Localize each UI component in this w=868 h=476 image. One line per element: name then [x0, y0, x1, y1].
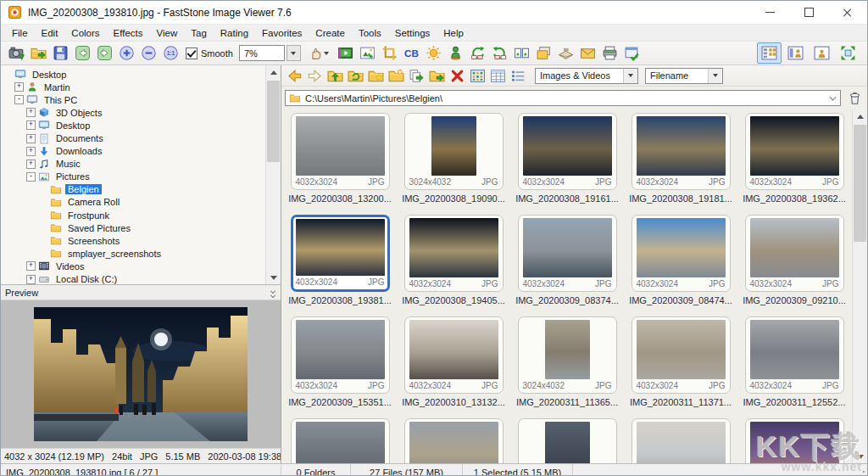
tree-expander[interactable]: + [26, 120, 36, 130]
previous-image-button[interactable] [71, 42, 93, 64]
tree-item[interactable]: Frostpunk [1, 209, 265, 221]
scrollbar-thumb[interactable] [854, 125, 866, 242]
thumbnail-item[interactable]: 4032x3024 JPG IMG_20200309_08374... [510, 213, 624, 315]
thumbnail-item[interactable]: 4032x3024 JPG IMG_20200308_19381... [283, 213, 397, 315]
thumbnail-image[interactable] [637, 422, 726, 463]
thumbnail-item[interactable]: 4032x3024 JPG IMG_20200309_09210... [737, 213, 851, 315]
menu-create[interactable]: Create [309, 26, 352, 40]
thumbnail-item[interactable]: 4032x3024 JPG IMG_20200311_12552... [737, 315, 851, 417]
thumbnail-item[interactable] [624, 417, 737, 463]
tree-item[interactable]: + Martin [1, 81, 265, 93]
thumbnail-item[interactable] [397, 417, 510, 463]
thumbnail-image[interactable] [409, 320, 498, 379]
scroll-up-button[interactable] [266, 65, 281, 79]
smooth-checkbox[interactable]: Smooth [186, 48, 233, 59]
tree-expander[interactable]: + [14, 82, 24, 92]
tree-item[interactable]: + 3D Objects [1, 106, 265, 119]
thumbnail-item[interactable]: 4032x3024 JPG IMG_20200308_19362... [737, 111, 851, 213]
menu-colors[interactable]: Colors [64, 26, 106, 40]
tree-expander[interactable]: + [26, 160, 36, 169]
thumbnail-frame[interactable]: 4032x3024 JPG [291, 113, 390, 190]
thumbnail-image[interactable] [637, 320, 726, 379]
menu-view[interactable]: View [150, 26, 185, 40]
tree-item[interactable]: Camera Roll [1, 196, 265, 209]
tree-expander[interactable]: - [14, 95, 24, 104]
delete-button[interactable] [447, 66, 467, 85]
thumbnail-frame[interactable] [745, 418, 844, 463]
smooth-checkbox-box[interactable] [186, 48, 198, 59]
close-button[interactable] [828, 1, 867, 24]
back-button[interactable] [284, 66, 304, 85]
fullscreen-button[interactable] [836, 42, 860, 64]
thumbnail-frame[interactable] [518, 418, 617, 463]
browser-layout-button[interactable] [757, 42, 782, 64]
image-layout-button[interactable] [810, 42, 834, 64]
save-as-button[interactable] [49, 42, 71, 64]
thumbnail-item[interactable]: 4032x3024 JPG IMG_20200309_15351... [283, 315, 397, 417]
scroll-up-button[interactable] [853, 109, 867, 123]
favorites-folder-button[interactable] [365, 66, 386, 85]
open-file-button[interactable] [27, 42, 49, 64]
menu-file[interactable]: File [5, 26, 35, 40]
menu-favorites[interactable]: Favorites [255, 26, 309, 40]
wallpaper-button[interactable] [357, 42, 379, 64]
thumbnail-image[interactable] [750, 422, 839, 463]
tree-item[interactable]: + Documents [1, 132, 265, 144]
tree-item[interactable]: + Videos [1, 260, 265, 272]
tree-expander[interactable]: + [26, 261, 36, 271]
thumbnail-frame[interactable]: 4032x3024 JPG [632, 316, 731, 394]
batch-convert-button[interactable]: CB [401, 42, 423, 64]
thumbnail-image[interactable] [750, 116, 839, 176]
zoom-level-input[interactable]: 7% [239, 45, 285, 61]
file-filter-select[interactable]: Images & Videos [535, 68, 638, 84]
tree-expander[interactable]: + [26, 147, 36, 156]
thumbnail-frame[interactable] [291, 418, 390, 463]
thumbnail-item[interactable]: 3024x4032 JPG IMG_20200311_11365... [510, 315, 624, 417]
browser-scrollbar[interactable] [852, 109, 867, 463]
list-view-button[interactable] [508, 66, 528, 85]
zoom-out-button[interactable] [137, 42, 159, 64]
adjust-lighting-button[interactable] [423, 42, 445, 64]
tree-item[interactable]: Screenshots [1, 234, 265, 247]
thumbnail-image[interactable] [296, 219, 385, 276]
email-button[interactable] [577, 42, 599, 64]
thumbnail-image[interactable] [545, 320, 590, 379]
refresh-button[interactable] [345, 66, 365, 85]
settings-button[interactable] [621, 42, 643, 64]
tree-item[interactable]: Belgien [1, 183, 265, 196]
acquire-scanner-button[interactable] [555, 42, 577, 64]
resize-grip[interactable] [856, 469, 866, 476]
tree-item[interactable]: - This PC [1, 93, 265, 106]
thumbnail-item[interactable]: 4032x3024 JPG IMG_20200308_19181... [624, 111, 737, 213]
detail-view-button[interactable] [487, 66, 508, 85]
zoom-in-button[interactable] [115, 42, 137, 64]
thumbnail-frame[interactable]: 4032x3024 JPG [404, 215, 504, 292]
tree-item[interactable]: + Desktop [1, 119, 265, 132]
thumbnail-frame[interactable]: 4032x3024 JPG [291, 316, 390, 394]
thumbnail-frame[interactable]: 4032x3024 JPG [518, 215, 617, 292]
thumbnail-image[interactable] [523, 116, 612, 176]
thumbnail-item[interactable]: 3024x4032 JPG IMG_20200308_19090... [397, 111, 510, 213]
thumbnail-frame[interactable]: 4032x3024 JPG [632, 113, 731, 190]
zoom-level-dropdown-button[interactable] [287, 45, 301, 61]
menu-rating[interactable]: Rating [214, 26, 255, 40]
forward-button[interactable] [304, 66, 325, 85]
thumbnail-frame[interactable]: 4032x3024 JPG [745, 113, 844, 190]
maximize-button[interactable] [789, 1, 828, 24]
thumbnail-image[interactable] [750, 218, 839, 277]
tree-item[interactable]: Saved Pictures [1, 221, 265, 234]
thumbnail-item[interactable]: 4032x3024 JPG IMG_20200310_13132... [397, 315, 510, 417]
tree-item[interactable]: smplayer_screenshots [1, 247, 265, 260]
collapse-preview-button[interactable] [270, 288, 276, 296]
compare-images-button[interactable] [511, 42, 533, 64]
crop-board-button[interactable] [379, 42, 401, 64]
tree-scrollbar[interactable] [265, 65, 281, 284]
actual-size-button[interactable]: 1:1 [159, 42, 181, 64]
thumbnail-item[interactable]: 4032x3024 JPG IMG_20200311_11371... [624, 315, 737, 417]
next-image-button[interactable] [93, 42, 115, 64]
sort-order-select[interactable]: Filename [645, 68, 723, 84]
thumbnail-image[interactable] [296, 320, 385, 379]
tree-expander[interactable]: + [26, 134, 36, 143]
scrollbar-thumb[interactable] [267, 81, 280, 162]
scroll-down-button[interactable] [266, 271, 281, 284]
